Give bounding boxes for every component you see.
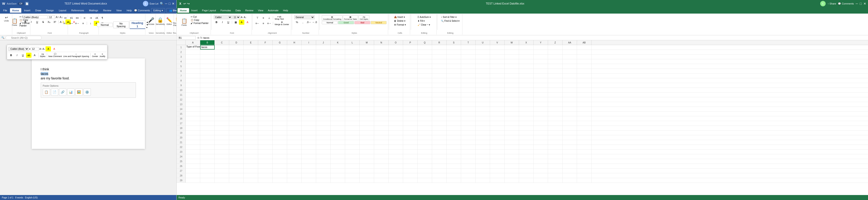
cell-AB8[interactable]: [577, 78, 591, 83]
cell-E10[interactable]: [244, 88, 258, 92]
cell-K26[interactable]: [331, 164, 345, 168]
align-left-btn[interactable]: ≡←: [63, 21, 68, 26]
cell-V2[interactable]: [490, 50, 504, 54]
cell-D25[interactable]: [229, 159, 244, 164]
cell-A29[interactable]: [186, 178, 200, 182]
tab-draw[interactable]: Draw: [33, 8, 43, 13]
cell-H11[interactable]: [287, 93, 302, 97]
cell-Z22[interactable]: [548, 145, 562, 149]
cell-Q18[interactable]: [417, 126, 432, 130]
float-shrink-icon[interactable]: A↓: [42, 48, 45, 50]
cell-B22[interactable]: [200, 145, 215, 149]
cell-T19[interactable]: [461, 131, 475, 135]
cell-S16[interactable]: [446, 116, 461, 121]
cell-C13[interactable]: [215, 102, 229, 106]
paste-icon-merge[interactable]: 📄: [51, 89, 58, 96]
cell-S22[interactable]: [446, 145, 461, 149]
cell-S17[interactable]: [446, 121, 461, 126]
col-head-X[interactable]: X: [519, 40, 533, 45]
cell-V7[interactable]: [490, 73, 504, 78]
cell-R20[interactable]: [432, 135, 446, 140]
cell-G5[interactable]: [273, 64, 287, 69]
cell-O21[interactable]: [389, 140, 403, 144]
cell-G27[interactable]: [273, 169, 287, 173]
cell-M11[interactable]: [360, 93, 374, 97]
cell-P14[interactable]: [403, 107, 417, 111]
cell-J3[interactable]: [316, 55, 331, 59]
cell-N5[interactable]: [374, 64, 389, 69]
cell-O20[interactable]: [389, 135, 403, 140]
cell-T8[interactable]: [461, 78, 475, 83]
cell-W29[interactable]: [504, 178, 519, 182]
cell-W20[interactable]: [504, 135, 519, 140]
editing-btn[interactable]: Editing ▾: [151, 8, 165, 13]
cell-U25[interactable]: [475, 159, 490, 164]
cell-R4[interactable]: [432, 59, 446, 64]
col-head-K[interactable]: K: [331, 40, 345, 45]
cell-Z25[interactable]: [548, 159, 562, 164]
cell-V19[interactable]: [490, 131, 504, 135]
row-header-25[interactable]: 25: [177, 159, 186, 164]
cell-K12[interactable]: [331, 97, 345, 102]
style-heading1[interactable]: Heading 1: [129, 21, 145, 29]
cell-N13[interactable]: [374, 102, 389, 106]
cell-O9[interactable]: [389, 83, 403, 88]
cell-P16[interactable]: [403, 116, 417, 121]
cell-T24[interactable]: [461, 154, 475, 159]
cell-I8[interactable]: [302, 78, 316, 83]
cell-E12[interactable]: [244, 97, 258, 102]
cell-Q12[interactable]: [417, 97, 432, 102]
cell-A18[interactable]: [186, 126, 200, 130]
sensitivity-btn[interactable]: 🔒 Sensitivity: [155, 14, 165, 28]
cell-S29[interactable]: [446, 178, 461, 182]
cell-S23[interactable]: [446, 149, 461, 154]
cell-Y6[interactable]: [533, 69, 548, 73]
cell-P29[interactable]: [403, 178, 417, 182]
cell-I16[interactable]: [302, 116, 316, 121]
cell-T18[interactable]: [461, 126, 475, 130]
excel-bold-btn[interactable]: B: [214, 20, 219, 25]
cell-S4[interactable]: [446, 59, 461, 64]
cell-N6[interactable]: [374, 69, 389, 73]
cell-E19[interactable]: [244, 131, 258, 135]
cell-E5[interactable]: [244, 64, 258, 69]
cell-Z1[interactable]: [548, 45, 562, 49]
cell-E14[interactable]: [244, 107, 258, 111]
cell-AB12[interactable]: [577, 97, 591, 102]
excel-cut-btn[interactable]: ✂ Cut: [190, 15, 209, 18]
cell-Z13[interactable]: [548, 102, 562, 106]
cell-U27[interactable]: [475, 169, 490, 173]
cell-W22[interactable]: [504, 145, 519, 149]
excel-shrink-icon[interactable]: A↓: [244, 16, 247, 19]
cell-B9[interactable]: [200, 83, 215, 88]
cell-D7[interactable]: [229, 73, 244, 78]
cell-H17[interactable]: [287, 121, 302, 126]
cell-I3[interactable]: [302, 55, 316, 59]
cell-U24[interactable]: [475, 154, 490, 159]
cell-S13[interactable]: [446, 102, 461, 106]
cell-F23[interactable]: [258, 149, 273, 154]
cell-Q21[interactable]: [417, 140, 432, 144]
cell-K5[interactable]: [331, 64, 345, 69]
cell-Y16[interactable]: [533, 116, 548, 121]
float-new-comment-btn[interactable]: 💬 New Comment: [48, 53, 62, 58]
cell-X7[interactable]: [519, 73, 533, 78]
cell-F12[interactable]: [258, 97, 273, 102]
cell-P21[interactable]: [403, 140, 417, 144]
col-head-B[interactable]: B: [200, 40, 215, 45]
cell-Y29[interactable]: [533, 178, 548, 182]
cell-T9[interactable]: [461, 83, 475, 88]
cell-X5[interactable]: [519, 64, 533, 69]
cell-E25[interactable]: [244, 159, 258, 164]
cell-L6[interactable]: [345, 69, 360, 73]
cell-A25[interactable]: [186, 159, 200, 164]
cell-F10[interactable]: [258, 88, 273, 92]
cell-N2[interactable]: [374, 50, 389, 54]
cell-F19[interactable]: [258, 131, 273, 135]
close-icon[interactable]: ✕: [172, 2, 175, 5]
cell-Y15[interactable]: [533, 111, 548, 116]
cell-X15[interactable]: [519, 111, 533, 116]
cell-K11[interactable]: [331, 93, 345, 97]
cell-D10[interactable]: [229, 88, 244, 92]
cell-H8[interactable]: [287, 78, 302, 83]
